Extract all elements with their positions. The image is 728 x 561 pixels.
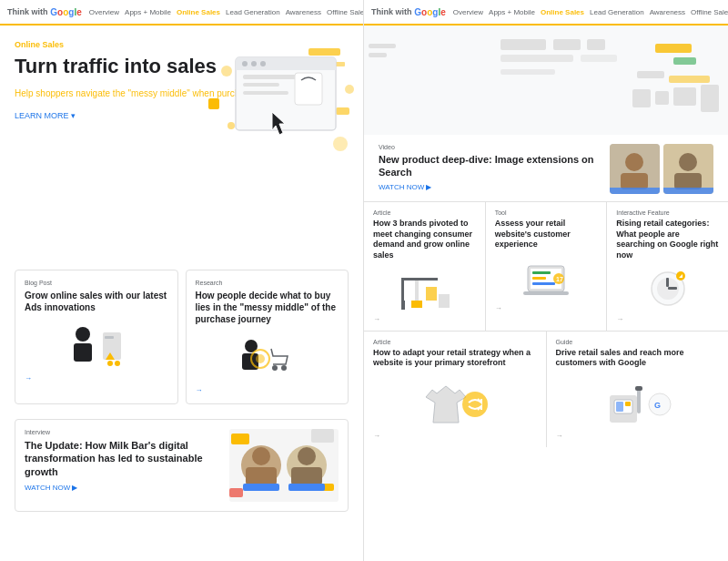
bottom-type-1: Guide <box>556 339 720 345</box>
svg-point-5 <box>333 137 348 151</box>
right-nav-lead-gen[interactable]: Lead Generation <box>590 8 644 16</box>
svg-rect-68 <box>663 188 713 194</box>
nav-item-overview[interactable]: Overview <box>89 8 119 16</box>
video-text: Video New product deep-dive: Image exten… <box>379 144 601 194</box>
svg-rect-50 <box>500 69 555 75</box>
left-panel: Think with Google Overview Apps + Mobile… <box>0 0 364 561</box>
svg-point-28 <box>281 365 287 371</box>
nav-item-lead-gen[interactable]: Lead Generation <box>226 8 280 16</box>
interview-section[interactable]: Interview The Update: How Milk Bar's dig… <box>15 419 349 512</box>
svg-rect-38 <box>246 467 277 485</box>
interview-title: The Update: How Milk Bar's digital trans… <box>25 439 220 478</box>
svg-text:G: G <box>654 401 661 410</box>
hero-illustration <box>208 44 354 162</box>
svg-rect-63 <box>621 173 648 189</box>
video-watch-link[interactable]: WATCH NOW ▶ <box>379 183 601 191</box>
right-nav-items: Overview Apps + Mobile Online Sales Lead… <box>453 8 728 16</box>
right-nav-overview[interactable]: Overview <box>453 8 483 16</box>
video-thumb-1[interactable] <box>610 144 660 194</box>
card-link-1[interactable]: → <box>196 386 339 394</box>
bottom-arrow-0: → <box>373 432 537 440</box>
logo-google-text: Google <box>50 7 81 17</box>
watch-now-link[interactable]: WATCH NOW ▶ <box>25 484 220 492</box>
nav-item-apps[interactable]: Apps + Mobile <box>125 8 171 16</box>
svg-rect-71 <box>401 278 404 301</box>
svg-rect-59 <box>369 44 396 48</box>
bottom-title-1: Drive retail sales and reach more custom… <box>556 348 720 369</box>
right-panel: Think with Google Overview Apps + Mobile… <box>364 0 728 561</box>
svg-rect-51 <box>655 44 692 53</box>
hero-section: Online Sales Turn traffic into sales Hel… <box>0 26 363 262</box>
right-logo-think: Think with <box>371 7 412 16</box>
article-title-1: Assess your retail website's customer ex… <box>495 219 598 250</box>
svg-rect-14 <box>243 91 288 95</box>
right-nav-online-sales[interactable]: Online Sales <box>541 8 584 16</box>
right-nav: Think with Google Overview Apps + Mobile… <box>364 0 728 26</box>
svg-point-89 <box>462 392 488 417</box>
svg-rect-87 <box>668 287 677 290</box>
svg-rect-22 <box>105 336 114 339</box>
svg-point-30 <box>256 354 265 363</box>
svg-rect-45 <box>500 39 546 50</box>
svg-point-37 <box>252 447 270 465</box>
article-card-1[interactable]: Tool Assess your retail website's custom… <box>486 202 608 331</box>
svg-rect-69 <box>401 301 405 310</box>
nav-item-offline[interactable]: Offline Sales <box>327 8 364 16</box>
right-nav-offline[interactable]: Offline Sales <box>691 8 728 16</box>
card-research[interactable]: Research How people decide what to buy l… <box>186 270 349 404</box>
article-arrow-0: → <box>373 315 476 323</box>
article-arrow-1: → <box>495 304 598 312</box>
left-logo[interactable]: Think with Google <box>7 7 82 17</box>
svg-rect-46 <box>553 39 581 50</box>
article-type-0: Article <box>373 209 476 216</box>
svg-rect-13 <box>243 83 279 87</box>
right-logo[interactable]: Think with Google <box>371 7 446 17</box>
bottom-type-0: Article <box>373 339 537 345</box>
svg-rect-12 <box>243 75 298 79</box>
video-thumbnails <box>610 144 713 194</box>
bottom-articles: Article How to adapt your retail strateg… <box>364 332 728 447</box>
card-blog-post[interactable]: Blog Post Grow online sales with our lat… <box>15 270 178 404</box>
article-card-2[interactable]: Interactive Feature Rising retail catego… <box>607 202 728 331</box>
card-link-0[interactable]: → <box>25 374 168 382</box>
nav-item-awareness[interactable]: Awareness <box>286 8 321 16</box>
right-nav-apps[interactable]: Apps + Mobile <box>489 8 535 16</box>
svg-point-17 <box>228 122 235 129</box>
svg-point-11 <box>260 61 266 66</box>
svg-rect-72 <box>415 280 419 301</box>
card-title-0: Grow online sales with our latest Ads in… <box>25 290 168 313</box>
svg-rect-49 <box>581 55 617 62</box>
svg-rect-56 <box>655 91 669 105</box>
svg-rect-60 <box>369 53 387 57</box>
svg-rect-43 <box>288 484 325 491</box>
video-thumb-2[interactable] <box>663 144 713 194</box>
play-icon: ▶ <box>72 484 77 492</box>
svg-rect-67 <box>674 173 702 189</box>
svg-rect-35 <box>229 488 243 497</box>
svg-point-19 <box>76 327 90 342</box>
video-section: Video New product deep-dive: Image exten… <box>364 135 728 202</box>
svg-point-23 <box>107 361 113 366</box>
svg-rect-55 <box>632 89 651 107</box>
video-title: New product deep-dive: Image extensions … <box>379 153 601 179</box>
card-title-1: How people decide what to buy lies in th… <box>196 290 339 325</box>
svg-rect-92 <box>616 402 623 412</box>
nav-item-online-sales[interactable]: Online Sales <box>177 8 220 16</box>
svg-point-40 <box>298 447 316 465</box>
svg-rect-42 <box>243 484 279 491</box>
left-nav: Think with Google Overview Apps + Mobile… <box>0 0 363 26</box>
article-title-2: Rising retail categories: What people ar… <box>616 219 719 261</box>
article-illus-1: 17 <box>495 256 598 301</box>
logo-think-text: Think with <box>7 7 48 16</box>
svg-rect-86 <box>666 278 669 287</box>
bottom-card-1[interactable]: Guide Drive retail sales and reach more … <box>547 332 729 447</box>
bottom-card-0[interactable]: Article How to adapt your retail strateg… <box>364 332 547 447</box>
article-card-0[interactable]: Article How 3 brands pivoted to meet cha… <box>364 202 486 331</box>
svg-rect-41 <box>291 467 322 485</box>
right-nav-awareness[interactable]: Awareness <box>650 8 685 16</box>
svg-rect-48 <box>500 55 573 62</box>
right-logo-google: Google <box>414 7 445 17</box>
svg-rect-52 <box>673 57 696 65</box>
bottom-arrow-1: → <box>556 432 720 440</box>
svg-rect-93 <box>625 402 631 406</box>
